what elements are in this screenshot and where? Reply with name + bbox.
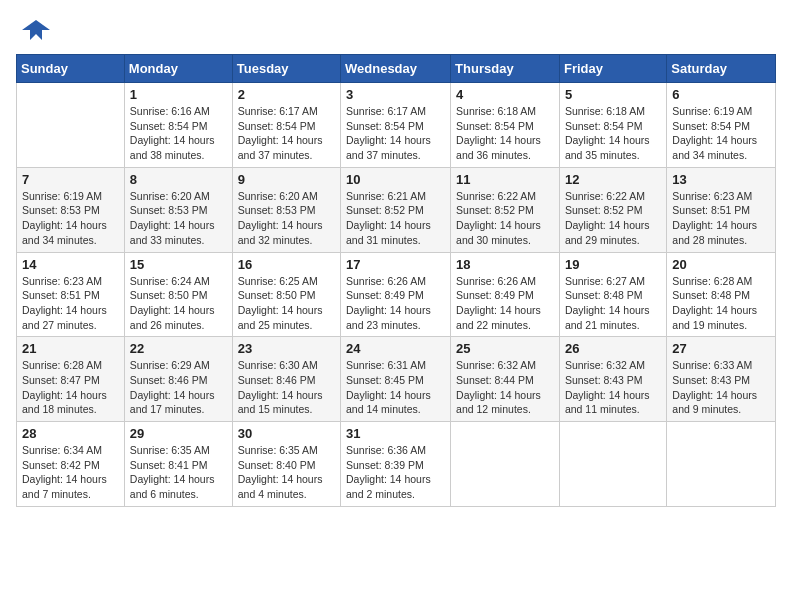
day-info: Sunrise: 6:36 AM Sunset: 8:39 PM Dayligh… <box>346 443 445 502</box>
calendar-cell: 7Sunrise: 6:19 AM Sunset: 8:53 PM Daylig… <box>17 167 125 252</box>
day-number: 11 <box>456 172 554 187</box>
day-number: 29 <box>130 426 227 441</box>
day-number: 19 <box>565 257 661 272</box>
calendar-cell: 25Sunrise: 6:32 AM Sunset: 8:44 PM Dayli… <box>451 337 560 422</box>
day-of-week-friday: Friday <box>559 55 666 83</box>
calendar-week-row: 28Sunrise: 6:34 AM Sunset: 8:42 PM Dayli… <box>17 422 776 507</box>
calendar-cell: 29Sunrise: 6:35 AM Sunset: 8:41 PM Dayli… <box>124 422 232 507</box>
calendar-header-row: SundayMondayTuesdayWednesdayThursdayFrid… <box>17 55 776 83</box>
calendar-table: SundayMondayTuesdayWednesdayThursdayFrid… <box>16 54 776 507</box>
calendar-cell: 16Sunrise: 6:25 AM Sunset: 8:50 PM Dayli… <box>232 252 340 337</box>
calendar-cell: 10Sunrise: 6:21 AM Sunset: 8:52 PM Dayli… <box>341 167 451 252</box>
day-number: 21 <box>22 341 119 356</box>
logo <box>16 16 50 44</box>
calendar-cell: 3Sunrise: 6:17 AM Sunset: 8:54 PM Daylig… <box>341 83 451 168</box>
day-info: Sunrise: 6:20 AM Sunset: 8:53 PM Dayligh… <box>238 189 335 248</box>
calendar-cell: 22Sunrise: 6:29 AM Sunset: 8:46 PM Dayli… <box>124 337 232 422</box>
day-info: Sunrise: 6:24 AM Sunset: 8:50 PM Dayligh… <box>130 274 227 333</box>
calendar-cell: 6Sunrise: 6:19 AM Sunset: 8:54 PM Daylig… <box>667 83 776 168</box>
day-info: Sunrise: 6:26 AM Sunset: 8:49 PM Dayligh… <box>456 274 554 333</box>
day-info: Sunrise: 6:31 AM Sunset: 8:45 PM Dayligh… <box>346 358 445 417</box>
day-info: Sunrise: 6:30 AM Sunset: 8:46 PM Dayligh… <box>238 358 335 417</box>
day-info: Sunrise: 6:23 AM Sunset: 8:51 PM Dayligh… <box>672 189 770 248</box>
calendar-cell: 18Sunrise: 6:26 AM Sunset: 8:49 PM Dayli… <box>451 252 560 337</box>
day-of-week-sunday: Sunday <box>17 55 125 83</box>
day-info: Sunrise: 6:32 AM Sunset: 8:44 PM Dayligh… <box>456 358 554 417</box>
day-number: 18 <box>456 257 554 272</box>
day-info: Sunrise: 6:33 AM Sunset: 8:43 PM Dayligh… <box>672 358 770 417</box>
day-info: Sunrise: 6:25 AM Sunset: 8:50 PM Dayligh… <box>238 274 335 333</box>
day-info: Sunrise: 6:22 AM Sunset: 8:52 PM Dayligh… <box>565 189 661 248</box>
day-number: 10 <box>346 172 445 187</box>
day-number: 22 <box>130 341 227 356</box>
calendar-cell: 17Sunrise: 6:26 AM Sunset: 8:49 PM Dayli… <box>341 252 451 337</box>
calendar-cell <box>559 422 666 507</box>
calendar-cell: 5Sunrise: 6:18 AM Sunset: 8:54 PM Daylig… <box>559 83 666 168</box>
day-info: Sunrise: 6:19 AM Sunset: 8:53 PM Dayligh… <box>22 189 119 248</box>
day-info: Sunrise: 6:17 AM Sunset: 8:54 PM Dayligh… <box>238 104 335 163</box>
day-info: Sunrise: 6:16 AM Sunset: 8:54 PM Dayligh… <box>130 104 227 163</box>
day-number: 7 <box>22 172 119 187</box>
calendar-cell <box>17 83 125 168</box>
logo-bird-icon <box>22 16 50 44</box>
calendar-week-row: 21Sunrise: 6:28 AM Sunset: 8:47 PM Dayli… <box>17 337 776 422</box>
calendar-cell: 21Sunrise: 6:28 AM Sunset: 8:47 PM Dayli… <box>17 337 125 422</box>
day-info: Sunrise: 6:23 AM Sunset: 8:51 PM Dayligh… <box>22 274 119 333</box>
day-info: Sunrise: 6:18 AM Sunset: 8:54 PM Dayligh… <box>456 104 554 163</box>
calendar-cell <box>667 422 776 507</box>
day-of-week-tuesday: Tuesday <box>232 55 340 83</box>
day-info: Sunrise: 6:32 AM Sunset: 8:43 PM Dayligh… <box>565 358 661 417</box>
day-number: 2 <box>238 87 335 102</box>
calendar-cell <box>451 422 560 507</box>
day-info: Sunrise: 6:21 AM Sunset: 8:52 PM Dayligh… <box>346 189 445 248</box>
day-number: 14 <box>22 257 119 272</box>
day-info: Sunrise: 6:35 AM Sunset: 8:40 PM Dayligh… <box>238 443 335 502</box>
calendar-cell: 27Sunrise: 6:33 AM Sunset: 8:43 PM Dayli… <box>667 337 776 422</box>
calendar-cell: 31Sunrise: 6:36 AM Sunset: 8:39 PM Dayli… <box>341 422 451 507</box>
day-number: 15 <box>130 257 227 272</box>
calendar-cell: 12Sunrise: 6:22 AM Sunset: 8:52 PM Dayli… <box>559 167 666 252</box>
day-info: Sunrise: 6:17 AM Sunset: 8:54 PM Dayligh… <box>346 104 445 163</box>
calendar-cell: 4Sunrise: 6:18 AM Sunset: 8:54 PM Daylig… <box>451 83 560 168</box>
day-info: Sunrise: 6:22 AM Sunset: 8:52 PM Dayligh… <box>456 189 554 248</box>
day-number: 20 <box>672 257 770 272</box>
calendar-week-row: 7Sunrise: 6:19 AM Sunset: 8:53 PM Daylig… <box>17 167 776 252</box>
calendar-week-row: 1Sunrise: 6:16 AM Sunset: 8:54 PM Daylig… <box>17 83 776 168</box>
calendar-cell: 28Sunrise: 6:34 AM Sunset: 8:42 PM Dayli… <box>17 422 125 507</box>
day-number: 24 <box>346 341 445 356</box>
day-of-week-monday: Monday <box>124 55 232 83</box>
day-number: 9 <box>238 172 335 187</box>
day-number: 12 <box>565 172 661 187</box>
day-of-week-thursday: Thursday <box>451 55 560 83</box>
day-number: 28 <box>22 426 119 441</box>
day-info: Sunrise: 6:35 AM Sunset: 8:41 PM Dayligh… <box>130 443 227 502</box>
calendar-cell: 14Sunrise: 6:23 AM Sunset: 8:51 PM Dayli… <box>17 252 125 337</box>
day-number: 17 <box>346 257 445 272</box>
day-number: 25 <box>456 341 554 356</box>
day-info: Sunrise: 6:28 AM Sunset: 8:48 PM Dayligh… <box>672 274 770 333</box>
day-number: 23 <box>238 341 335 356</box>
calendar-cell: 8Sunrise: 6:20 AM Sunset: 8:53 PM Daylig… <box>124 167 232 252</box>
day-info: Sunrise: 6:26 AM Sunset: 8:49 PM Dayligh… <box>346 274 445 333</box>
day-of-week-wednesday: Wednesday <box>341 55 451 83</box>
calendar-cell: 2Sunrise: 6:17 AM Sunset: 8:54 PM Daylig… <box>232 83 340 168</box>
calendar-cell: 19Sunrise: 6:27 AM Sunset: 8:48 PM Dayli… <box>559 252 666 337</box>
day-number: 27 <box>672 341 770 356</box>
day-number: 26 <box>565 341 661 356</box>
day-info: Sunrise: 6:18 AM Sunset: 8:54 PM Dayligh… <box>565 104 661 163</box>
calendar-cell: 1Sunrise: 6:16 AM Sunset: 8:54 PM Daylig… <box>124 83 232 168</box>
calendar-cell: 30Sunrise: 6:35 AM Sunset: 8:40 PM Dayli… <box>232 422 340 507</box>
day-number: 16 <box>238 257 335 272</box>
page-header <box>16 16 776 44</box>
calendar-cell: 24Sunrise: 6:31 AM Sunset: 8:45 PM Dayli… <box>341 337 451 422</box>
day-of-week-saturday: Saturday <box>667 55 776 83</box>
calendar-cell: 13Sunrise: 6:23 AM Sunset: 8:51 PM Dayli… <box>667 167 776 252</box>
day-number: 6 <box>672 87 770 102</box>
calendar-cell: 20Sunrise: 6:28 AM Sunset: 8:48 PM Dayli… <box>667 252 776 337</box>
day-number: 1 <box>130 87 227 102</box>
svg-marker-0 <box>22 20 50 40</box>
day-number: 31 <box>346 426 445 441</box>
calendar-cell: 9Sunrise: 6:20 AM Sunset: 8:53 PM Daylig… <box>232 167 340 252</box>
day-number: 30 <box>238 426 335 441</box>
day-number: 5 <box>565 87 661 102</box>
